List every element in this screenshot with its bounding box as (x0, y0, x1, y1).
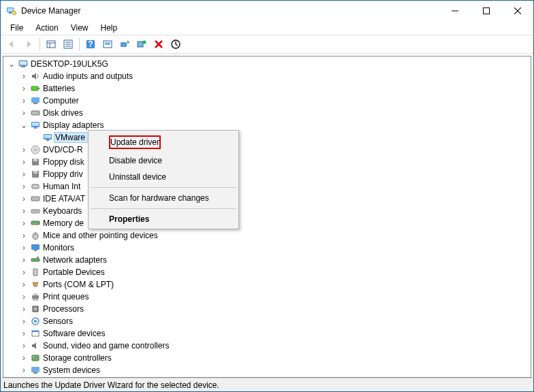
expand-icon[interactable]: › (18, 169, 29, 179)
minimize-button[interactable] (439, 1, 471, 21)
keyboard-icon (29, 206, 42, 216)
ctx-disable-device[interactable]: Disable device (90, 152, 237, 169)
expand-icon[interactable]: › (18, 108, 29, 118)
menu-view[interactable]: View (65, 22, 94, 34)
expand-icon[interactable]: › (18, 96, 29, 105)
ctx-properties[interactable]: Properties (90, 211, 237, 227)
scan-changes-button[interactable] (99, 36, 116, 52)
tree-item-disk[interactable]: ›Disk drives (18, 107, 531, 119)
expand-icon[interactable]: › (18, 316, 29, 326)
svg-rect-36 (34, 127, 37, 129)
ide-icon (29, 193, 42, 204)
expand-icon[interactable]: › (18, 206, 29, 216)
window-controls (439, 1, 533, 21)
tree-item-batteries[interactable]: ›Batteries (18, 82, 531, 95)
expand-icon[interactable]: › (18, 353, 29, 363)
expand-icon[interactable]: › (18, 194, 29, 203)
maximize-button[interactable] (471, 1, 502, 21)
expand-icon[interactable]: › (18, 255, 29, 265)
toolbar-separator (40, 37, 40, 51)
expand-icon[interactable]: › (18, 341, 29, 350)
hid-icon (29, 181, 42, 192)
computer-icon (29, 95, 42, 106)
expand-icon[interactable]: › (18, 231, 29, 240)
device-tree-panel: ⌄ DESKTOP-19ULK5G ›Audio inputs and outp… (3, 56, 531, 378)
display-icon (42, 132, 54, 143)
ctx-update-driver[interactable]: Update driver (90, 132, 237, 152)
app-icon (6, 5, 17, 16)
svg-rect-28 (31, 86, 38, 91)
expand-icon[interactable]: › (18, 365, 29, 375)
tree-root-row[interactable]: ⌄ DESKTOP-19ULK5G (6, 58, 531, 70)
disable-button[interactable] (168, 36, 184, 52)
svg-rect-2 (9, 12, 12, 14)
expand-icon[interactable]: › (18, 243, 29, 252)
svg-rect-60 (33, 293, 37, 295)
tree-item-sound[interactable]: ›Sound, video and game controllers (18, 340, 531, 352)
expand-icon[interactable]: › (18, 157, 29, 167)
uninstall-button[interactable] (151, 36, 167, 52)
menu-action[interactable]: Action (30, 22, 63, 34)
tree-item-mice[interactable]: › Mice and other pointing devices (18, 229, 531, 242)
expand-icon[interactable]: › (18, 280, 29, 289)
floppy-icon (29, 169, 42, 180)
tree-item-system[interactable]: ›System devices (18, 364, 531, 376)
tree-item-audio[interactable]: ›Audio inputs and outputs (18, 70, 531, 82)
device-tree[interactable]: ⌄ DESKTOP-19ULK5G ›Audio inputs and outp… (3, 56, 531, 378)
ctx-separator (91, 187, 236, 188)
titlebar: Device Manager (1, 1, 533, 21)
close-button[interactable] (502, 1, 533, 21)
tree-item-computer[interactable]: ›Computer (18, 95, 531, 107)
svg-rect-18 (105, 42, 110, 45)
forward-button[interactable] (20, 36, 37, 52)
collapse-icon[interactable]: ⌄ (18, 120, 29, 130)
menu-file[interactable]: File (5, 22, 29, 34)
portable-icon (29, 267, 42, 278)
toolbar: ? (1, 35, 533, 54)
tree-item-sensors[interactable]: ›Sensors (18, 315, 531, 327)
tree-item-portable[interactable]: ›Portable Devices (18, 266, 531, 278)
audio-icon (29, 71, 42, 82)
show-hidden-button[interactable] (43, 36, 59, 52)
svg-rect-67 (32, 331, 39, 332)
expand-icon[interactable]: › (18, 329, 29, 338)
expand-icon[interactable]: › (18, 71, 29, 81)
expand-icon[interactable]: › (18, 145, 29, 154)
tree-item-monitors[interactable]: ›Monitors (18, 242, 531, 254)
svg-text:?: ? (88, 39, 93, 49)
svg-rect-59 (32, 295, 39, 299)
context-menu: Update driver Disable device Uninstall d… (88, 130, 239, 229)
back-button[interactable] (3, 36, 20, 52)
expand-icon[interactable]: › (18, 218, 29, 228)
tree-item-software[interactable]: ›Software devices (18, 327, 531, 340)
tree-item-network[interactable]: ›Network adapters (18, 254, 531, 266)
memory-icon (29, 218, 42, 229)
expand-icon[interactable]: › (18, 304, 29, 314)
sound-icon (29, 340, 42, 351)
properties-button[interactable] (60, 36, 76, 52)
menu-help[interactable]: Help (95, 22, 123, 34)
svg-rect-29 (38, 88, 40, 89)
devices-button[interactable] (134, 36, 150, 52)
expand-icon[interactable]: › (18, 84, 29, 93)
expand-icon[interactable]: › (18, 292, 29, 301)
svg-rect-1 (7, 8, 13, 12)
expand-icon[interactable]: › (18, 267, 29, 277)
svg-rect-70 (31, 367, 40, 372)
ctx-uninstall-device[interactable]: Uninstall device (90, 169, 237, 185)
display-icon (29, 120, 42, 131)
svg-rect-61 (33, 299, 37, 300)
tree-item-storage[interactable]: ›Storage controllers (18, 352, 531, 364)
svg-rect-56 (31, 259, 40, 261)
svg-rect-58 (33, 269, 37, 276)
tree-item-processors[interactable]: ›Processors (18, 303, 531, 315)
tree-item-printqueues[interactable]: ›Print queues (18, 291, 531, 303)
expand-icon[interactable]: › (18, 182, 29, 191)
ctx-scan-hardware[interactable]: Scan for hardware changes (90, 190, 237, 206)
system-icon (29, 365, 42, 376)
svg-point-69 (33, 356, 34, 357)
tree-item-ports[interactable]: ›Ports (COM & LPT) (18, 278, 531, 291)
collapse-icon[interactable]: ⌄ (6, 59, 17, 69)
update-driver-button[interactable] (116, 36, 133, 52)
help-button[interactable]: ? (82, 36, 99, 52)
